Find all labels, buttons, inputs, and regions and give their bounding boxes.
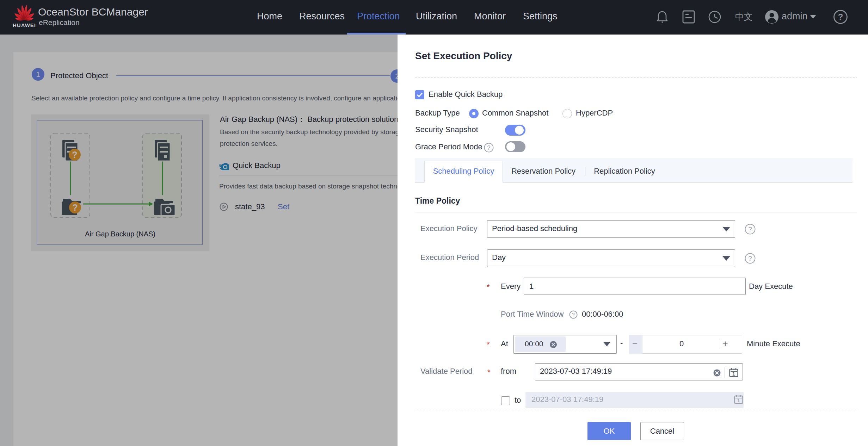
svg-text:?: ? <box>838 12 843 21</box>
svg-text:?: ? <box>572 312 575 317</box>
svg-text:?: ? <box>748 225 752 233</box>
svg-text:1: 1 <box>737 398 740 403</box>
svg-text:1: 1 <box>732 371 735 377</box>
svg-text:?: ? <box>748 255 752 262</box>
svg-text:?: ? <box>487 144 490 151</box>
